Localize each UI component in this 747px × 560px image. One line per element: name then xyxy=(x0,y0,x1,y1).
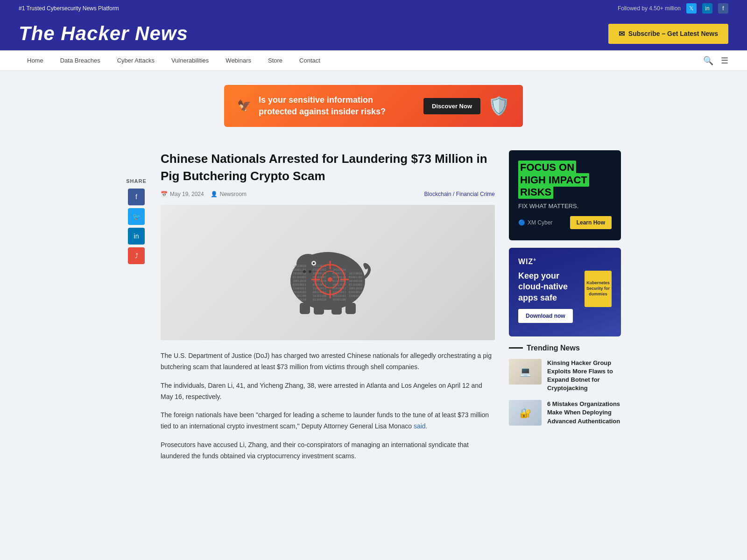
article-meta-left: 📅 May 19, 2024 👤 Newsroom xyxy=(161,191,247,197)
svg-rect-12 xyxy=(300,303,310,314)
mail-icon: ✉ xyxy=(619,29,625,38)
svg-text:11001011: 11001011 xyxy=(293,287,306,290)
svg-text:10011010: 10011010 xyxy=(349,287,362,290)
trending-title-1: Kinsing Hacker Group Exploits More Flaws… xyxy=(547,359,621,393)
trending-item[interactable]: 💻 Kinsing Hacker Group Exploits More Fla… xyxy=(509,359,621,393)
author-icon: 👤 xyxy=(211,191,218,197)
xm-brand: 🔵 XM Cyber xyxy=(518,219,552,226)
article-body: The U.S. Department of Justice (DoJ) has… xyxy=(161,350,495,462)
followers-text: Followed by 4.50+ million xyxy=(618,5,681,12)
wiz-brand: WIZ+ xyxy=(518,257,612,266)
svg-text:01100110: 01100110 xyxy=(293,298,306,301)
search-icon[interactable]: 🔍 xyxy=(703,56,713,66)
svg-rect-15 xyxy=(345,303,356,314)
banner-ad: 🦅 Is your sensitive information protecte… xyxy=(224,85,523,127)
trending-header: Trending News xyxy=(509,344,621,352)
article-image: 1011001001001101 1010011001101001 100110… xyxy=(161,205,495,340)
banner-logo-icon: 🦅 xyxy=(237,99,251,112)
trending-thumb-1: 💻 xyxy=(509,359,542,385)
article-paragraph-3: The foreign nationals have been "charged… xyxy=(161,410,495,432)
banner-shield-icon: 🛡️ xyxy=(488,96,510,116)
article-paragraph-2: The individuals, Daren Li, 41, and Yiche… xyxy=(161,380,495,403)
share-twitter-button[interactable]: 🐦 xyxy=(128,208,145,225)
xm-ad-content: FOCUS ON HIGH IMPACT RISKS FIX WHAT MATT… xyxy=(518,161,612,216)
top-bar: #1 Trusted Cybersecurity News Platform F… xyxy=(0,0,747,17)
subscribe-button[interactable]: ✉ Subscribe – Get Latest News xyxy=(608,24,728,44)
menu-icon[interactable]: ☰ xyxy=(721,56,728,66)
article-title: Chinese Nationals Arrested for Launderin… xyxy=(161,150,495,184)
svg-text:01101001: 01101001 xyxy=(349,283,362,286)
article-meta: 📅 May 19, 2024 👤 Newsroom Blockchain / F… xyxy=(161,191,495,197)
svg-text:10100110: 10100110 xyxy=(349,279,362,282)
svg-text:10101100: 10101100 xyxy=(332,298,346,301)
wiz-cta-button[interactable]: Download now xyxy=(518,309,573,323)
article-hero-image: 1011001001001101 1010011001101001 100110… xyxy=(276,231,379,315)
article-category: Blockchain / Financial Crime xyxy=(424,191,495,197)
share-linkedin-button[interactable]: in xyxy=(128,228,145,245)
svg-text:00110101: 00110101 xyxy=(293,290,306,294)
trending-item-2[interactable]: 🔐 6 Mistakes Organizations Make When Dep… xyxy=(509,400,621,426)
nav-links: Home Data Breaches Cyber Attacks Vulnera… xyxy=(19,50,329,70)
wiz-ad: WIZ+ Keep your cloud-native apps safe Do… xyxy=(509,248,621,336)
linkedin-icon[interactable]: in xyxy=(702,3,712,14)
share-sidebar: SHARE f 🐦 in ⤴ xyxy=(126,150,147,469)
trending-thumb-2: 🔐 xyxy=(509,400,542,426)
article-paragraph-1: The U.S. Department of Justice (DoJ) has… xyxy=(161,350,495,373)
xm-cta-button[interactable]: Learn How xyxy=(570,216,612,229)
svg-point-53 xyxy=(313,262,315,264)
svg-rect-13 xyxy=(314,304,324,315)
wiz-book-cover: Kubernetes Security for dummies xyxy=(585,271,612,307)
calendar-icon: 📅 xyxy=(161,191,168,197)
xm-cyber-ad: FOCUS ON HIGH IMPACT RISKS FIX WHAT MATT… xyxy=(509,150,621,240)
article-date: 📅 May 19, 2024 xyxy=(161,191,204,197)
share-facebook-button[interactable]: f xyxy=(128,189,145,205)
article-paragraph-4: Prosecutors have accused Li, Zhang, and … xyxy=(161,440,495,462)
xm-ad-subtitle: FIX WHAT MATTERS. xyxy=(518,203,612,210)
nav-contact[interactable]: Contact xyxy=(291,50,329,70)
wiz-content: Keep your cloud-native apps safe Downloa… xyxy=(518,271,580,323)
share-more-button[interactable]: ⤴ xyxy=(128,247,145,264)
banner-ad-cta[interactable]: Discover Now xyxy=(423,98,480,114)
xm-ad-title: FOCUS ON HIGH IMPACT RISKS xyxy=(518,161,612,198)
twitter-icon[interactable]: 𝕏 xyxy=(686,3,697,14)
nav-icons: 🔍 ☰ xyxy=(703,56,728,66)
nav-home[interactable]: Home xyxy=(19,50,52,70)
nav-webinars[interactable]: Webinars xyxy=(217,50,260,70)
svg-point-55 xyxy=(309,270,311,273)
share-label: SHARE xyxy=(126,178,147,184)
xm-ad-footer: 🔵 XM Cyber Learn How xyxy=(518,216,612,229)
svg-text:01101001: 01101001 xyxy=(293,275,306,279)
nav-cyber-attacks[interactable]: Cyber Attacks xyxy=(109,50,163,70)
nav-bar: Home Data Breaches Cyber Attacks Vulnera… xyxy=(0,50,747,71)
article: Chinese Nationals Arrested for Launderin… xyxy=(161,150,495,469)
svg-text:10110010: 10110010 xyxy=(293,264,306,267)
content-wrapper: SHARE f 🐦 in ⤴ Chinese Nationals Arreste… xyxy=(117,141,630,478)
svg-text:01100110: 01100110 xyxy=(313,298,326,301)
svg-text:01001101: 01001101 xyxy=(349,275,362,279)
trending-section: Trending News 💻 Kinsing Hacker Group Exp… xyxy=(509,344,621,426)
svg-text:10101100: 10101100 xyxy=(313,294,326,297)
svg-point-54 xyxy=(303,270,306,273)
svg-text:01010011: 01010011 xyxy=(349,290,362,294)
tagline: #1 Trusted Cybersecurity News Platform xyxy=(19,5,119,12)
banner-ad-text: Is your sensitive information protected … xyxy=(259,94,399,118)
svg-text:01010011: 01010011 xyxy=(293,283,306,286)
nav-store[interactable]: Store xyxy=(260,50,291,70)
article-author: 👤 Newsroom xyxy=(211,191,247,197)
facebook-icon[interactable]: f xyxy=(718,3,728,14)
wiz-ad-text: Keep your cloud-native apps safe xyxy=(518,271,580,303)
top-bar-right: Followed by 4.50+ million 𝕏 in f xyxy=(618,3,728,14)
svg-text:10011010: 10011010 xyxy=(293,279,306,282)
header: The Hacker News ✉ Subscribe – Get Latest… xyxy=(0,17,747,50)
right-sidebar: FOCUS ON HIGH IMPACT RISKS FIX WHAT MATT… xyxy=(509,150,621,469)
svg-rect-14 xyxy=(331,304,342,315)
nav-vulnerabilities[interactable]: Vulnerabilities xyxy=(163,50,217,70)
xm-logo-icon: 🔵 xyxy=(518,219,525,226)
site-title[interactable]: The Hacker News xyxy=(19,22,188,45)
nav-data-breaches[interactable]: Data Breaches xyxy=(52,50,109,70)
article-link-said[interactable]: said. xyxy=(414,422,428,430)
svg-point-59 xyxy=(328,277,332,282)
trending-title-2: 6 Mistakes Organizations Make When Deplo… xyxy=(547,400,621,426)
svg-text:10110010: 10110010 xyxy=(349,272,362,275)
